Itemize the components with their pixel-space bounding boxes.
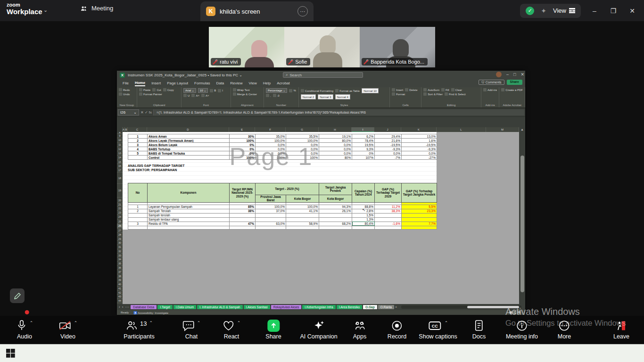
formula-input[interactable]: =('I. Infrastruktur ALD & Sampah'!D789='… (153, 109, 524, 115)
add-sheet-icon[interactable]: + (395, 305, 397, 309)
cell[interactable]: 41,1% (286, 209, 319, 213)
toolbar-audio-button[interactable]: ⌃Audio (16, 319, 33, 340)
row-header-42[interactable]: 42 (117, 291, 123, 295)
row-header-22[interactable]: 22 (117, 206, 123, 211)
cell[interactable] (128, 226, 148, 229)
cell[interactable]: 100% (256, 156, 286, 160)
row-header-11[interactable]: 11 (117, 143, 123, 147)
chevron-up-icon[interactable]: ⌃ (74, 321, 78, 325)
annotation-button[interactable] (10, 288, 25, 303)
sheet-tab-rekapitulasi-akses[interactable]: Rekapitulasi Akses (271, 305, 302, 309)
video-thumbnail[interactable]: 🎤ratu vivi (209, 27, 284, 67)
cell[interactable]: 6,2% (352, 134, 375, 139)
cell[interactable]: 100,0% (256, 205, 286, 209)
row-header-44[interactable]: 44 (117, 299, 123, 303)
cell[interactable]: 1 (128, 205, 148, 209)
cell[interactable] (148, 226, 230, 229)
security-shield-icon[interactable]: ✓ (526, 7, 534, 15)
cell[interactable] (256, 213, 286, 217)
row-header-38[interactable]: 38 (117, 274, 123, 279)
row-header-12[interactable]: 12 (117, 147, 123, 151)
cell[interactable]: Sampah Terolah (148, 209, 230, 213)
excel-search-box[interactable]: ⌕ Search (283, 72, 363, 78)
cell[interactable]: 63,0% (256, 222, 286, 226)
cell[interactable]: 1,3% (352, 217, 375, 222)
row-header-37[interactable]: 37 (117, 270, 123, 274)
row-header-9[interactable]: 9 (117, 134, 123, 138)
ribbon-button[interactable]: Cut (152, 88, 161, 91)
cell[interactable]: 100,0% (286, 205, 319, 209)
cell[interactable] (319, 226, 352, 229)
cell[interactable]: Akses Layak (Termasuk Aman) (148, 139, 230, 143)
cell[interactable]: 5,5% (402, 205, 437, 209)
ellipsis-icon[interactable]: ⋯ (297, 6, 308, 16)
formula-symbols[interactable]: ✕ ✓ fx (140, 110, 152, 115)
row-header-15[interactable]: 15 (117, 160, 123, 164)
cell[interactable]: 0,0% (286, 147, 319, 151)
cell[interactable]: 100,0% (256, 139, 286, 143)
cell[interactable]: 0% (352, 151, 375, 156)
column-header-F[interactable]: F (255, 127, 286, 132)
tab-khilda-screen[interactable]: K khilda's screen ⋯ (200, 1, 314, 21)
cell[interactable]: 100,0% (286, 139, 319, 143)
toolbar-share-button[interactable]: Share (265, 319, 281, 340)
ribbon-button[interactable]: B (210, 88, 216, 93)
row-header-25[interactable]: 25 (117, 220, 123, 224)
cell[interactable]: 38% (230, 209, 256, 213)
style-chip[interactable]: Normal 3 (318, 94, 333, 99)
cell[interactable] (319, 217, 352, 222)
chevron-up-icon[interactable]: ⌃ (237, 321, 241, 325)
row-header-31[interactable]: 31 (117, 245, 123, 249)
gap-analysis-table[interactable]: NoKomponenTarget RPJMN Nasional 2025-202… (128, 183, 437, 230)
view-button[interactable]: View (553, 7, 575, 14)
name-box[interactable]: I26⌄ (118, 109, 139, 115)
excel-minimize-button[interactable]: – (506, 72, 509, 77)
ribbon-button[interactable]: Sort & Filter (423, 92, 443, 96)
ribbon-select[interactable]: Percentage ⌄ (266, 88, 287, 93)
menu-tab-file[interactable]: File (123, 81, 129, 85)
cell[interactable]: 11,2% (375, 205, 402, 209)
sheet-tab-o-gap[interactable]: O.Gap (363, 305, 377, 309)
cell[interactable]: 0,0% (375, 151, 402, 156)
cell[interactable]: 2 (128, 139, 148, 143)
cell[interactable]: 80,4% (352, 222, 375, 226)
akses-table[interactable]: 1Akses Aman30%35,0%35,5%19,1%6,2%29,4%13… (128, 134, 437, 160)
column-header-G[interactable]: G (286, 127, 319, 132)
ribbon-button[interactable]: Redo (119, 88, 130, 91)
cell[interactable]: 0,0% (256, 151, 286, 156)
cell[interactable]: -19,5% (402, 143, 437, 147)
chevron-up-icon[interactable]: ⌃ (30, 321, 33, 325)
cell[interactable] (286, 217, 319, 222)
tabs-prev-icon[interactable]: ‹ (119, 305, 120, 309)
ribbon-button[interactable]: Copy (163, 88, 174, 91)
cell[interactable]: 21,6% (375, 139, 402, 143)
cell[interactable]: Sampah terolah (148, 213, 230, 217)
ribbon-button[interactable]: Clear (451, 88, 462, 91)
cell[interactable]: 3 (128, 143, 148, 147)
ribbon-button[interactable]: , (266, 94, 271, 97)
cell[interactable] (256, 217, 286, 222)
cell[interactable] (230, 217, 256, 222)
cell[interactable] (286, 213, 319, 217)
cell[interactable]: -1,6% (375, 222, 402, 226)
cell[interactable]: 68,2% (319, 222, 352, 226)
restore-button[interactable]: ❐ (608, 7, 619, 15)
cell[interactable]: 7,7% (402, 222, 437, 226)
cell[interactable]: -9,3% (402, 147, 437, 151)
cell[interactable]: 94,3% (319, 205, 352, 209)
ribbon-button[interactable]: Undo (119, 92, 130, 96)
cell[interactable] (402, 217, 437, 222)
menu-tab-formulas[interactable]: Formulas (194, 81, 210, 85)
ribbon-button[interactable]: U (183, 94, 190, 97)
cell[interactable]: Residu di TPA (148, 222, 230, 226)
column-header-H[interactable]: H (319, 127, 352, 132)
subheader-cell[interactable]: Provinsi Jawa Barat (256, 195, 286, 203)
menu-tab-insert[interactable]: Insert (151, 81, 161, 85)
cell[interactable]: BABS Tertutup (148, 147, 230, 151)
ribbon-button[interactable]: Format (392, 92, 405, 96)
row-header-18[interactable]: 18 (117, 173, 123, 184)
cell[interactable]: 35,5% (286, 134, 319, 139)
cell[interactable]: 29,4% (375, 134, 402, 139)
chevron-down-icon[interactable]: ⌄ (43, 7, 48, 13)
row-header-13[interactable]: 13 (117, 151, 123, 156)
